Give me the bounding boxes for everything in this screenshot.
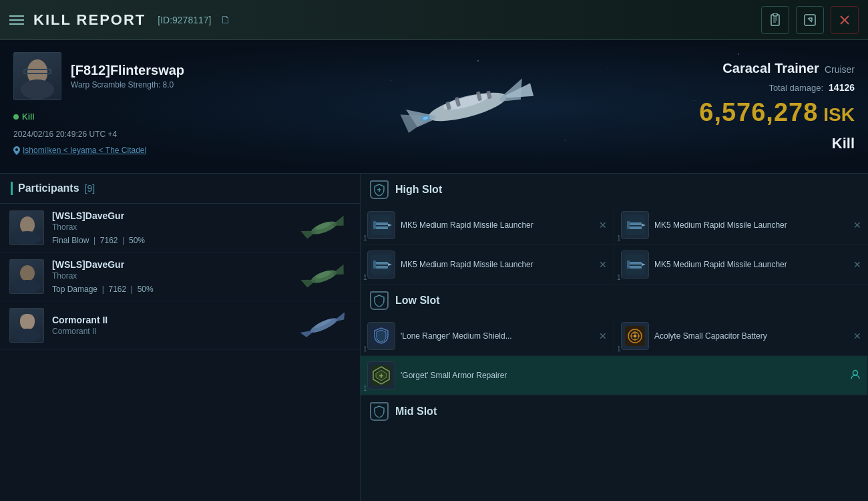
svg-point-61 bbox=[634, 335, 636, 337]
stat-damage: 7162 bbox=[109, 285, 127, 294]
avatar-glasses bbox=[23, 69, 51, 74]
page-title: KILL REPORT bbox=[33, 11, 146, 29]
capacitor-battery-icon bbox=[623, 324, 647, 348]
avatar-face bbox=[10, 260, 43, 293]
ship-silhouette bbox=[381, 53, 554, 160]
high-slot-header: High Slot bbox=[361, 174, 868, 206]
report-id: [ID:9278117] bbox=[158, 15, 211, 25]
participant-item[interactable]: [WSLS]DaveGur Thorax Final Blow | 7162 |… bbox=[0, 204, 360, 253]
slot-item[interactable]: 1 MK5 Medium Rapid Missile Launcher ✕ bbox=[614, 206, 868, 245]
kill-dot bbox=[13, 114, 19, 120]
low-slot-header: Low Slot bbox=[361, 285, 868, 317]
svg-rect-49 bbox=[373, 261, 376, 269]
avatar-face bbox=[10, 211, 43, 244]
slot-name: 'Gorget' Small Armor Repairer bbox=[401, 370, 845, 381]
isk-value: 6,576,278 bbox=[699, 98, 818, 127]
slot-icon bbox=[621, 251, 649, 279]
hero-right: Caracal Trainer Cruiser Total damage: 14… bbox=[654, 40, 868, 173]
low-slot-title: Low Slot bbox=[395, 295, 440, 307]
slot-item[interactable]: 1 MK5 Medium Rapid Missile Launcher ✕ bbox=[361, 245, 614, 285]
shield-icon bbox=[370, 180, 389, 199]
pilot-info: [F812]Flinterswap Warp Scramble Strength… bbox=[71, 63, 267, 90]
svg-rect-41 bbox=[630, 222, 642, 225]
ship-thumbnail bbox=[297, 263, 351, 290]
stat-percent: 50% bbox=[129, 236, 145, 245]
pilot-row: [F812]Flinterswap Warp Scramble Strength… bbox=[13, 52, 267, 100]
user-icon bbox=[850, 369, 861, 382]
ship-thumbnail bbox=[297, 214, 351, 241]
ship-class: Cruiser bbox=[825, 64, 855, 75]
svg-rect-51 bbox=[630, 262, 642, 265]
export-button[interactable] bbox=[796, 6, 824, 34]
timestamp: 2024/02/16 20:49:26 UTC +4 bbox=[13, 130, 267, 139]
close-button[interactable] bbox=[831, 6, 859, 34]
clipboard-button[interactable] bbox=[761, 6, 789, 34]
slot-num: 1 bbox=[363, 274, 367, 281]
slot-icon: + bbox=[367, 361, 395, 389]
participants-title: Participants bbox=[18, 182, 79, 194]
stat-damage: 7162 bbox=[100, 236, 118, 245]
svg-rect-44 bbox=[627, 221, 630, 229]
missile-launcher-icon bbox=[623, 213, 647, 237]
participant-name: [WSLS]DaveGur bbox=[52, 259, 289, 270]
missile-launcher-icon bbox=[623, 253, 647, 277]
participant-ship: Cormorant II bbox=[52, 327, 289, 336]
ship-thumbnail bbox=[297, 312, 351, 339]
slot-name: 'Lone Ranger' Medium Shield... bbox=[401, 331, 594, 342]
hero-left: [F812]Flinterswap Warp Scramble Strength… bbox=[0, 40, 280, 173]
avatar-face bbox=[10, 309, 43, 342]
svg-rect-1 bbox=[773, 13, 777, 16]
pilot-sub: Warp Scramble Strength: 8.0 bbox=[71, 80, 267, 90]
svg-rect-39 bbox=[373, 221, 376, 229]
participant-item[interactable]: Cormorant II Cormorant II bbox=[0, 301, 360, 350]
slot-name: MK5 Medium Rapid Missile Launcher bbox=[401, 220, 594, 231]
stat-label: Final Blow bbox=[52, 236, 89, 245]
location[interactable]: Ishomilken < Ieyama < The Citadel bbox=[13, 146, 267, 155]
participant-info: [WSLS]DaveGur Thorax Final Blow | 7162 |… bbox=[52, 210, 289, 245]
damage-value: 14126 bbox=[829, 82, 855, 93]
close-icon[interactable]: ✕ bbox=[853, 220, 861, 230]
high-slot-title: High Slot bbox=[395, 184, 442, 196]
participant-item[interactable]: [WSLS]DaveGur Thorax Top Damage | 7162 |… bbox=[0, 253, 360, 301]
slot-item-highlighted[interactable]: 1 + 'Gorget' Small Armor Repairer bbox=[361, 356, 868, 395]
slot-icon bbox=[621, 322, 649, 350]
high-slot-section: High Slot 1 MK5 Medium R bbox=[361, 174, 868, 285]
thorax-ship bbox=[298, 215, 350, 240]
slot-item[interactable]: 1 MK5 Medium Rapid Missile Launcher ✕ bbox=[361, 206, 614, 245]
header-actions bbox=[761, 6, 859, 34]
slot-icon bbox=[367, 211, 395, 239]
slot-name: Acolyte Small Capacitor Battery bbox=[654, 331, 848, 342]
participants-count: [9] bbox=[85, 183, 95, 194]
svg-text:+: + bbox=[379, 371, 383, 381]
participant-info: Cormorant II Cormorant II bbox=[52, 315, 289, 336]
isk-suffix: ISK bbox=[823, 104, 855, 126]
slot-item[interactable]: 1 MK5 Medium Rapid Missile Launcher ✕ bbox=[614, 245, 868, 285]
shield-icon bbox=[370, 402, 389, 421]
slot-num: 1 bbox=[617, 345, 621, 353]
svg-point-67 bbox=[853, 370, 858, 375]
mid-slot-title: Mid Slot bbox=[395, 405, 437, 418]
stat-percent: 50% bbox=[138, 285, 154, 294]
damage-row: Total damage: 14126 bbox=[769, 79, 855, 93]
menu-icon[interactable] bbox=[9, 15, 24, 25]
missile-launcher-icon bbox=[369, 253, 393, 277]
close-icon[interactable]: ✕ bbox=[599, 220, 607, 230]
svg-rect-37 bbox=[376, 226, 388, 229]
participants-panel: Participants [9] [WSLS]DaveGur Thorax Fi… bbox=[0, 174, 361, 501]
avatar bbox=[9, 308, 44, 343]
participant-ship: Thorax bbox=[52, 222, 289, 232]
cormorant-ship bbox=[298, 313, 350, 338]
slot-item[interactable]: 1 'Lone Ranger' Medium Shield... ✕ bbox=[361, 317, 614, 356]
slot-icon bbox=[367, 251, 395, 279]
close-icon[interactable]: ✕ bbox=[853, 331, 861, 341]
slot-num: 1 bbox=[363, 345, 367, 353]
close-icon[interactable]: ✕ bbox=[599, 259, 607, 270]
stat-label: Top Damage bbox=[52, 285, 97, 294]
slot-name: MK5 Medium Rapid Missile Launcher bbox=[654, 220, 848, 231]
slot-item[interactable]: 1 Acolyte Small Capacitor Battery bbox=[614, 317, 868, 356]
close-icon[interactable]: ✕ bbox=[599, 331, 607, 341]
copy-icon[interactable]: 🗋 bbox=[220, 14, 231, 26]
participant-stats: Top Damage | 7162 | 50% bbox=[52, 285, 289, 294]
mid-slot-section: Mid Slot bbox=[361, 395, 868, 428]
close-icon[interactable]: ✕ bbox=[853, 259, 861, 270]
